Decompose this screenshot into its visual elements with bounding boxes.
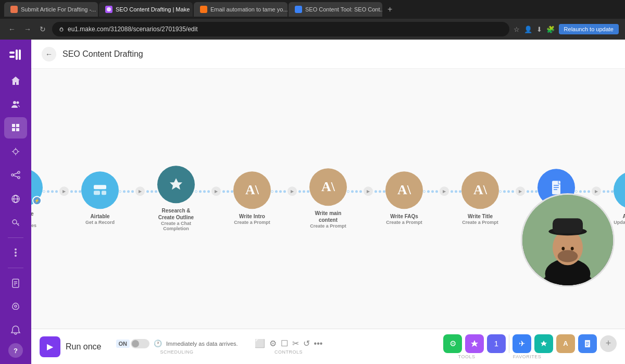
extensions-icon[interactable]: 🧩 <box>546 26 555 33</box>
tool-number-button[interactable]: 1 <box>487 334 506 353</box>
connector-play-5[interactable]: ▶ <box>364 187 373 196</box>
make-logo[interactable] <box>6 46 25 64</box>
tab-1[interactable]: Submit Article For Drafting -... ✕ <box>4 2 98 17</box>
sidebar-item-more[interactable] <box>4 242 27 263</box>
run-once-button[interactable]: ▶ <box>40 336 60 357</box>
svg-rect-36 <box>554 189 557 190</box>
schedule-toggle[interactable] <box>131 339 149 348</box>
fav-claude-button[interactable]: A <box>556 334 575 353</box>
on-toggle[interactable]: ON <box>116 339 150 348</box>
connector-play-3[interactable]: ▶ <box>211 187 221 196</box>
sidebar-divider-1 <box>8 237 23 238</box>
svg-rect-4 <box>16 49 18 60</box>
node-write-intro[interactable]: A\ Write Intro Create a Prompt <box>233 172 271 226</box>
relaunch-button[interactable]: Relaunch to update <box>559 24 619 34</box>
connector-play-8[interactable]: ▶ <box>592 187 601 196</box>
connector-2-3: ▶ <box>119 187 157 196</box>
save-icon[interactable]: ⬜ <box>255 338 265 348</box>
connector-6-7: ▶ <box>423 187 461 196</box>
sidebar-item-keys[interactable] <box>4 211 27 233</box>
connector-1-2: ▶ <box>43 187 81 196</box>
sidebar-item-home[interactable] <box>4 70 27 91</box>
node-research[interactable]: Research & Create Outline Create a Chat … <box>157 166 195 232</box>
tab-4[interactable]: SEO Content Tool: SEO Cont... ✕ <box>289 2 382 17</box>
tool-settings-button[interactable]: ⚙ <box>443 334 462 353</box>
help-button[interactable]: ? <box>8 343 23 358</box>
node-airtable-get[interactable]: Airtable Get a Record <box>81 172 119 226</box>
notes-icon[interactable]: ☐ <box>281 338 288 348</box>
svg-point-10 <box>18 171 20 173</box>
node-circle-3[interactable] <box>157 166 195 203</box>
sidebar: ? <box>0 40 31 364</box>
canvas-area[interactable]: ⚡ Airtable Watch Responses ▶ <box>31 69 625 329</box>
sidebar-item-bell[interactable] <box>4 320 27 341</box>
node-circle-6[interactable]: A\ <box>385 172 423 209</box>
sidebar-item-docs[interactable] <box>4 272 27 294</box>
back-button[interactable]: ← <box>42 47 56 61</box>
node-circle-2[interactable] <box>81 172 119 209</box>
node-write-title[interactable]: A\ Write Title Create a Prompt <box>461 172 499 226</box>
sidebar-divider-2 <box>8 268 23 268</box>
tab-title-2: SEO Content Drafting | Make <box>116 6 190 12</box>
browser-chrome: Submit Article For Drafting -... ✕ SEO C… <box>0 0 625 40</box>
svg-marker-50 <box>541 341 547 346</box>
favorites-label: FAVORITES <box>493 354 561 359</box>
sidebar-item-apps[interactable] <box>4 141 27 162</box>
sidebar-item-connections[interactable] <box>4 164 27 185</box>
more-controls-icon[interactable]: ••• <box>314 339 323 348</box>
connector-play-1[interactable]: ▶ <box>59 187 69 196</box>
node-circle-7[interactable]: A\ <box>461 172 499 209</box>
connector-play-7[interactable]: ▶ <box>516 187 525 196</box>
tab-3[interactable]: Email automation to tame yo... ✕ <box>194 2 288 17</box>
settings-icon[interactable]: ⚙ <box>269 338 277 348</box>
route-icon[interactable]: ↺ <box>303 338 310 348</box>
node-circle-4[interactable]: A\ <box>233 172 271 209</box>
fav-docs-button[interactable] <box>578 334 597 353</box>
webcam-person <box>522 195 613 285</box>
airtable-icon-9 <box>623 181 625 200</box>
reload-button[interactable]: ↻ <box>38 23 48 35</box>
sidebar-item-globe[interactable] <box>4 188 27 209</box>
svg-point-6 <box>13 101 16 104</box>
forward-nav-button[interactable]: → <box>22 23 33 35</box>
profile-icon[interactable]: 👤 <box>524 26 532 33</box>
url-box[interactable]: eu1.make.com/312088/scenarios/2701935/ed… <box>52 22 509 36</box>
back-nav-button[interactable]: ← <box>6 23 18 35</box>
address-bar: ← → ↻ eu1.make.com/312088/scenarios/2701… <box>0 19 625 40</box>
download-icon[interactable]: ⬇ <box>536 26 542 33</box>
node-airtable-watch[interactable]: ⚡ Airtable Watch Responses <box>31 169 43 229</box>
svg-point-7 <box>17 101 19 104</box>
node-write-faqs[interactable]: A\ Write FAQs Create a Prompt <box>385 172 423 226</box>
cut-icon[interactable]: ✂ <box>292 338 299 348</box>
add-tool-button[interactable]: + <box>600 335 617 352</box>
node-airtable-update[interactable]: Airtable Update a Record <box>614 172 625 226</box>
fav-anthropic-button[interactable] <box>534 334 553 353</box>
node-label-2: Airtable Get a Record <box>85 214 115 226</box>
connector-play-6[interactable]: ▶ <box>440 187 449 196</box>
tab-title-4: SEO Content Tool: SEO Cont... <box>305 6 382 12</box>
sidebar-item-team[interactable] <box>4 93 27 115</box>
node-circle-9[interactable] <box>614 172 625 209</box>
connector-play-4[interactable]: ▶ <box>288 187 297 196</box>
connector-play-2[interactable]: ▶ <box>135 187 145 196</box>
node-write-main[interactable]: A\ Write main content Create a Prompt <box>309 168 347 229</box>
star-icon[interactable]: ☆ <box>514 26 520 33</box>
sidebar-item-rocket[interactable] <box>4 296 27 317</box>
tab-favicon-2 <box>105 6 113 13</box>
svg-rect-54 <box>586 345 588 346</box>
tool-make-button[interactable] <box>465 334 484 353</box>
svg-rect-29 <box>94 185 106 190</box>
anthropic-letter-5: A\ <box>321 179 335 195</box>
tab-2[interactable]: SEO Content Drafting | Make ✕ <box>99 2 193 17</box>
svg-point-17 <box>12 220 17 224</box>
airtable-icon-1 <box>31 178 33 197</box>
tab-bar: Submit Article For Drafting -... ✕ SEO C… <box>0 0 625 19</box>
node-label-4: Write Intro Create a Prompt <box>234 214 270 226</box>
sidebar-item-scenarios[interactable] <box>4 117 27 139</box>
new-tab-button[interactable]: + <box>383 5 396 14</box>
node-circle-5[interactable]: A\ <box>309 168 347 206</box>
node-label-3: Research & Create Outline Create a Chat … <box>157 207 195 232</box>
node-circle-1[interactable]: ⚡ <box>31 169 43 206</box>
node-badge-1: ⚡ <box>32 196 42 205</box>
fav-send-button[interactable]: ✈ <box>512 334 531 353</box>
